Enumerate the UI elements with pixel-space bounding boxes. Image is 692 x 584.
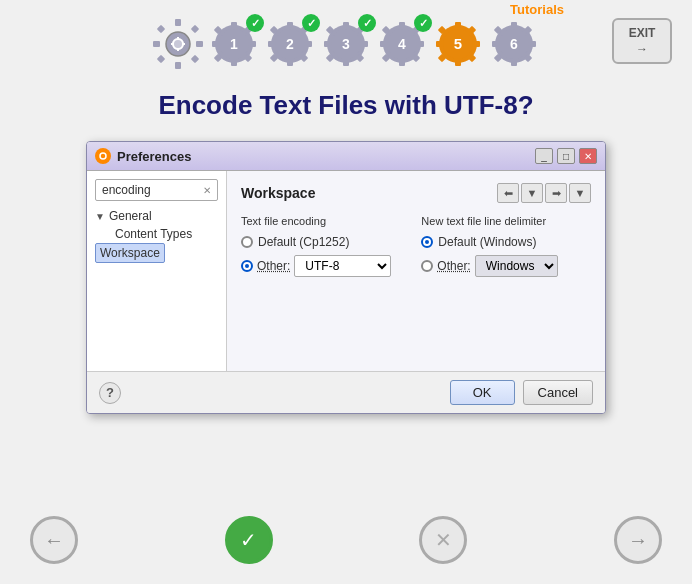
svg-rect-52 — [418, 41, 424, 47]
forward-arrow-icon: → — [628, 529, 648, 552]
bottom-navigation: ← ✓ ✕ → — [0, 516, 692, 564]
search-field[interactable]: encoding ✕ — [95, 179, 218, 201]
tree-child-content-types[interactable]: Content Types — [95, 227, 218, 241]
svg-rect-8 — [157, 55, 165, 63]
footer-buttons: OK Cancel — [450, 380, 593, 405]
line-delimiter-col: New text file line delimiter Default (Wi… — [421, 215, 557, 277]
svg-rect-3 — [175, 62, 181, 69]
svg-text:3: 3 — [342, 36, 350, 52]
search-clear-icon: ✕ — [203, 185, 211, 196]
tree-section: ▼ General Content Types Workspace — [95, 209, 218, 265]
svg-text:2: 2 — [286, 36, 294, 52]
step-3: 3 — [320, 18, 372, 70]
delimiter-value-select[interactable]: Windows Unix Mac — [475, 255, 558, 277]
svg-rect-62 — [436, 41, 442, 47]
dialog-body: encoding ✕ ▼ General Content Types Works… — [87, 171, 605, 371]
tree-parent-label: General — [109, 209, 152, 223]
close-button[interactable]: ✕ — [579, 148, 597, 164]
nav-forward-arrow[interactable]: ➡ — [545, 183, 567, 203]
svg-rect-61 — [455, 60, 461, 66]
delimiter-default-row: Default (Windows) — [421, 235, 557, 249]
svg-rect-50 — [399, 60, 405, 66]
svg-rect-38 — [343, 22, 349, 28]
step-settings — [152, 18, 204, 70]
content-header: Workspace ⬅ ▼ ➡ ▼ — [241, 183, 591, 203]
svg-rect-51 — [380, 41, 386, 47]
exit-label: EXIT — [629, 26, 656, 40]
svg-rect-17 — [231, 60, 237, 66]
dialog-title-left: Preferences — [95, 148, 191, 164]
svg-rect-6 — [157, 25, 165, 33]
nav-forward-button[interactable]: → — [614, 516, 662, 564]
step-4-check — [414, 14, 432, 32]
nav-back-arrow[interactable]: ⬅ — [497, 183, 519, 203]
svg-rect-40 — [324, 41, 330, 47]
nav-menu-arrow[interactable]: ▼ — [569, 183, 591, 203]
svg-rect-60 — [455, 22, 461, 28]
svg-rect-18 — [212, 41, 218, 47]
encoding-other-row: Other: UTF-8 UTF-16 ISO-8859-1 — [241, 255, 391, 277]
step-5-active: 5 — [432, 18, 484, 70]
tutorials-hint: Tutorials — [502, 0, 572, 19]
search-text: encoding — [102, 183, 151, 197]
svg-rect-72 — [511, 60, 517, 66]
minimize-button[interactable]: _ — [535, 148, 553, 164]
step-1: 1 — [208, 18, 260, 70]
ok-button[interactable]: OK — [450, 380, 515, 405]
delimiter-default-label: Default (Windows) — [438, 235, 536, 249]
delimiter-other-row: Other: Windows Unix Mac — [421, 255, 557, 277]
line-delimiter-title: New text file line delimiter — [421, 215, 557, 227]
dialog-sidebar: encoding ✕ ▼ General Content Types Works… — [87, 171, 227, 371]
tree-child-workspace[interactable]: Workspace — [95, 243, 165, 263]
nav-back-button[interactable]: ← — [30, 516, 78, 564]
tree-parent-general[interactable]: ▼ General — [95, 209, 218, 223]
nav-arrows: ⬅ ▼ ➡ ▼ — [497, 183, 591, 203]
encoding-value-select[interactable]: UTF-8 UTF-16 ISO-8859-1 — [294, 255, 391, 277]
encoding-other-radio[interactable] — [241, 260, 253, 272]
encoding-other-label: Other: — [257, 259, 290, 273]
steps-row: 1 2 — [0, 0, 692, 80]
svg-rect-71 — [511, 22, 517, 28]
encoding-default-radio[interactable] — [241, 236, 253, 248]
cancel-button[interactable]: Cancel — [523, 380, 593, 405]
encoding-default-label: Default (Cp1252) — [258, 235, 349, 249]
svg-rect-74 — [530, 41, 536, 47]
svg-rect-4 — [153, 41, 160, 47]
svg-rect-39 — [343, 60, 349, 66]
svg-text:5: 5 — [454, 35, 462, 52]
delimiter-default-radio[interactable] — [421, 236, 433, 248]
delimiter-other-label: Other: — [437, 259, 470, 273]
nav-cancel-button[interactable]: ✕ — [419, 516, 467, 564]
preferences-icon — [95, 148, 111, 164]
text-file-encoding-col: Text file encoding Default (Cp1252) Othe… — [241, 215, 391, 277]
text-file-encoding-title: Text file encoding — [241, 215, 391, 227]
tree-arrow-icon: ▼ — [95, 211, 105, 222]
step-2-check — [302, 14, 320, 32]
svg-text:6: 6 — [510, 36, 518, 52]
svg-rect-16 — [231, 22, 237, 28]
svg-rect-28 — [287, 60, 293, 66]
svg-rect-73 — [492, 41, 498, 47]
svg-rect-2 — [175, 19, 181, 26]
maximize-button[interactable]: □ — [557, 148, 575, 164]
delimiter-other-radio[interactable] — [421, 260, 433, 272]
preferences-dialog: Preferences _ □ ✕ encoding ✕ ▼ General — [86, 141, 606, 414]
dialog-footer: ? OK Cancel — [87, 371, 605, 413]
content-title: Workspace — [241, 185, 315, 201]
dialog-wrapper: Preferences _ □ ✕ encoding ✕ ▼ General — [0, 141, 692, 414]
nav-dropdown-arrow[interactable]: ▼ — [521, 183, 543, 203]
exit-button[interactable]: EXIT → — [612, 18, 672, 64]
back-arrow-icon: ← — [44, 529, 64, 552]
confirm-check-icon: ✓ — [240, 528, 257, 552]
svg-text:1: 1 — [230, 36, 238, 52]
step-3-check — [358, 14, 376, 32]
help-button[interactable]: ? — [99, 382, 121, 404]
svg-rect-7 — [191, 25, 199, 33]
svg-rect-19 — [250, 41, 256, 47]
svg-text:4: 4 — [398, 36, 406, 52]
page-title: Encode Text Files with UTF-8? — [0, 90, 692, 121]
svg-rect-5 — [196, 41, 203, 47]
nav-confirm-button[interactable]: ✓ — [225, 516, 273, 564]
svg-rect-63 — [474, 41, 480, 47]
svg-rect-27 — [287, 22, 293, 28]
